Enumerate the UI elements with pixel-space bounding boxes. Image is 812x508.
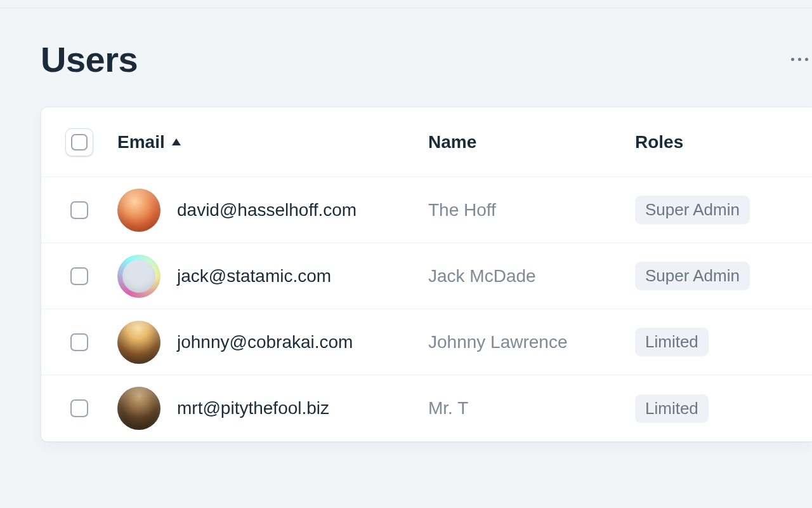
row-select-cell <box>41 267 117 285</box>
user-name: Mr. T <box>428 398 635 418</box>
column-header-label: Name <box>428 132 476 152</box>
row-select-cell <box>41 399 117 417</box>
dot-icon <box>805 58 808 61</box>
column-header-roles[interactable]: Roles <box>635 132 812 152</box>
select-all-cell <box>41 128 117 156</box>
roles-cell: Limited <box>635 328 812 356</box>
email-cell: johnny@cobrakai.com <box>117 321 428 364</box>
avatar <box>117 321 160 364</box>
table-row: johnny@cobrakai.com Johnny Lawrence Limi… <box>41 309 812 375</box>
dot-icon <box>798 58 801 61</box>
user-email-link[interactable]: david@hasselhoff.com <box>177 200 357 220</box>
user-name: Johnny Lawrence <box>428 332 635 352</box>
user-email-link[interactable]: jack@statamic.com <box>177 266 331 286</box>
column-header-label: Email <box>117 132 165 152</box>
roles-cell: Super Admin <box>635 262 812 290</box>
table-row: david@hasselhoff.com The Hoff Super Admi… <box>41 177 812 243</box>
row-select-cell <box>41 201 117 219</box>
role-badge: Super Admin <box>635 196 750 224</box>
checkbox-icon <box>71 134 88 150</box>
role-badge: Super Admin <box>635 262 750 290</box>
row-checkbox[interactable] <box>70 399 88 417</box>
email-cell: david@hasselhoff.com <box>117 189 428 232</box>
sort-asc-icon <box>171 138 181 146</box>
table-row: jack@statamic.com Jack McDade Super Admi… <box>41 243 812 309</box>
users-page: Users Email Name Roles <box>0 8 812 442</box>
select-all-checkbox[interactable] <box>65 128 93 156</box>
user-email-link[interactable]: mrt@pitythefool.biz <box>177 398 329 418</box>
row-checkbox[interactable] <box>70 201 88 219</box>
row-checkbox[interactable] <box>70 333 88 351</box>
avatar <box>117 189 160 232</box>
row-checkbox[interactable] <box>70 267 88 285</box>
column-header-email[interactable]: Email <box>117 132 428 152</box>
roles-cell: Super Admin <box>635 196 812 224</box>
avatar <box>117 255 160 298</box>
users-table: Email Name Roles david@hasselhoff.com Th… <box>41 107 812 442</box>
role-badge: Limited <box>635 394 709 423</box>
page-header: Users <box>41 8 812 107</box>
email-cell: jack@statamic.com <box>117 255 428 298</box>
email-cell: mrt@pitythefool.biz <box>117 387 428 430</box>
row-select-cell <box>41 333 117 351</box>
table-body: david@hasselhoff.com The Hoff Super Admi… <box>41 177 812 441</box>
roles-cell: Limited <box>635 394 812 423</box>
avatar <box>117 387 160 430</box>
page-title: Users <box>41 39 138 80</box>
user-name: Jack McDade <box>428 266 635 286</box>
table-row: mrt@pitythefool.biz Mr. T Limited <box>41 375 812 441</box>
column-header-name[interactable]: Name <box>428 132 635 152</box>
table-header: Email Name Roles <box>41 107 812 177</box>
column-header-label: Roles <box>635 132 683 152</box>
user-email-link[interactable]: johnny@cobrakai.com <box>177 332 353 352</box>
role-badge: Limited <box>635 328 709 356</box>
user-name: The Hoff <box>428 200 635 220</box>
more-actions-button[interactable] <box>791 58 812 61</box>
dot-icon <box>791 58 794 61</box>
